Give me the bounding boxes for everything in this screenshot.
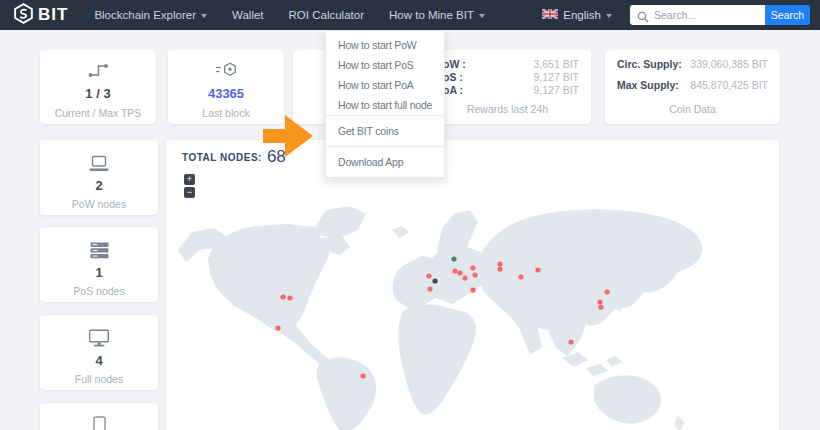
dropdown-item-how-to-start-pow[interactable]: How to start PoW [326,35,444,55]
red-node-dot[interactable] [470,265,475,270]
red-node-dot[interactable] [360,373,365,378]
phone-icon [40,416,158,430]
stat-row-max-supply: Max Supply:845,870,425 BIT [605,79,780,92]
red-node-dot[interactable] [287,295,292,300]
node-label: PoS nodes [40,285,158,297]
red-node-dot[interactable] [275,325,280,330]
logo-text: BIT [38,5,68,25]
dropdown-item-how-to-start-pos[interactable]: How to start PoS [326,55,444,75]
nav-item-how-to-mine-bit[interactable]: How to Mine BIT [389,9,485,21]
dropdown-item-get-bit-coins[interactable]: Get BIT coins [326,116,444,146]
stat-row-pos: PoS :9,127 BIT [424,71,591,84]
red-node-dot[interactable] [452,268,457,273]
coin-data-caption: Coin Data [605,103,780,115]
dark-node-dot[interactable] [432,278,437,283]
page: BIT Blockchain ExplorerWalletROI Calcula… [0,0,820,430]
red-node-dot[interactable] [597,299,602,304]
red-node-dot[interactable] [462,275,467,280]
bit-logo-icon [14,3,33,28]
node-count: 1 [40,265,158,280]
rewards-card: PoW :3,651 BITPoS :9,127 BITPoA :9,127 B… [424,50,591,124]
red-node-dot[interactable] [470,287,475,292]
search-box: Search [630,5,810,25]
nav-item-blockchain-explorer[interactable]: Blockchain Explorer [94,9,207,21]
navbar: BIT Blockchain ExplorerWalletROI Calcula… [0,0,820,30]
map-landmass [208,224,350,366]
map-card: TOTAL NODES: 68 + − [166,140,779,430]
dropdown-group: Get BIT coins [326,115,444,146]
navbar-menu: Blockchain ExplorerWalletROI CalculatorH… [94,9,485,21]
green-node-dot[interactable] [451,256,456,261]
monitor-icon [40,328,158,348]
tps-label: Current / Max TPS [40,107,156,119]
red-node-dot[interactable] [568,339,573,344]
language-label: English [563,9,601,21]
node-label: PoW nodes [40,198,158,210]
map-zoom-in-button[interactable]: + [184,174,195,185]
nav-item-label: Wallet [232,9,264,21]
stat-row-poa: PoA :9,127 BIT [424,84,591,97]
stat-row-value: 9,127 BIT [533,84,579,97]
rewards-rows: PoW :3,651 BITPoS :9,127 BITPoA :9,127 B… [424,58,591,97]
node-card-pos-nodes: 1PoS nodes [40,227,158,302]
arrow-shape [263,115,313,157]
node-card-full-nodes: 4Full nodes [40,315,158,390]
navbar-right: English Search [542,0,810,30]
uk-flag-icon [542,9,558,21]
search-button[interactable]: Search [765,5,810,25]
chevron-down-icon [479,14,485,18]
nav-item-label: How to Mine BIT [389,9,474,21]
server-icon [40,240,158,260]
map-zoom-out-button[interactable]: − [184,187,195,198]
red-node-dot[interactable] [280,294,285,299]
map-landmass [606,356,622,367]
red-node-dot[interactable] [427,286,432,291]
stat-row-pow: PoW :3,651 BIT [424,58,591,71]
map-landmass [392,226,409,238]
language-selector[interactable]: English [542,9,612,21]
red-node-dot[interactable] [426,273,431,278]
total-nodes-label: TOTAL NODES: [182,152,262,163]
stat-row-label: Circ. Supply: [617,58,682,71]
stat-row-label: Max Supply: [617,79,679,92]
dropdown-item-how-to-start-poa[interactable]: How to start PoA [326,75,444,95]
stat-row-value: 9,127 BIT [533,71,579,84]
network-icon [40,60,156,80]
stat-row-value: 845,870,425 BIT [690,79,768,92]
red-node-dot[interactable] [604,289,609,294]
coin-data-card: Circ. Supply:339,060,385 BITMax Supply:8… [605,50,780,124]
red-node-dot[interactable] [457,270,462,275]
nav-item-wallet[interactable]: Wallet [232,9,264,21]
red-node-dot[interactable] [598,304,603,309]
node-card-pow-nodes: 2PoW nodes [40,140,158,215]
logo[interactable]: BIT [14,3,68,28]
tps-card: 1 / 3 Current / Max TPS [40,50,156,124]
red-node-dot[interactable] [518,274,523,279]
world-map [170,200,780,430]
dropdown-item-download-app[interactable]: Download App [326,147,444,177]
dropdown-group: Download App [326,146,444,177]
map-landmass [674,416,685,430]
nav-item-label: Blockchain Explorer [94,9,196,21]
nav-item-label: ROI Calculator [289,9,364,21]
coin-data-rows: Circ. Supply:339,060,385 BITMax Supply:8… [605,58,780,92]
red-node-dot[interactable] [535,267,540,272]
pointer-arrow [260,112,316,160]
chevron-down-icon [606,14,612,18]
last-block-value[interactable]: 43365 [168,86,284,101]
node-label: Full nodes [40,373,158,385]
dropdown-item-how-to-start-full-node[interactable]: How to start full node [326,95,444,115]
node-count: 4 [40,353,158,368]
map-landmass [594,375,661,423]
laptop-icon [40,153,158,173]
map-landmass [316,206,366,238]
tps-value: 1 / 3 [40,86,156,101]
search-input[interactable] [630,5,765,25]
stat-row-circ-supply: Circ. Supply:339,060,385 BIT [605,58,780,71]
red-node-dot[interactable] [497,261,502,266]
nav-item-roi-calculator[interactable]: ROI Calculator [289,9,364,21]
red-node-dot[interactable] [472,272,477,277]
red-node-dot[interactable] [497,266,502,271]
stat-row-value: 3,651 BIT [533,58,579,71]
stat-row-value: 339,060,385 BIT [690,58,768,71]
